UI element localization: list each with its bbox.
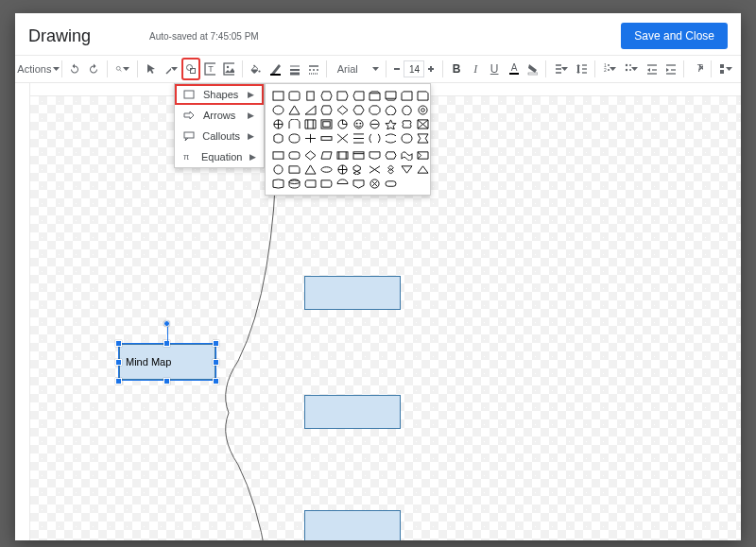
indent-decrease-button[interactable] <box>643 59 660 79</box>
shape-palette-item[interactable] <box>303 118 317 129</box>
zoom-button[interactable] <box>112 59 132 79</box>
indent-increase-button[interactable] <box>662 59 679 79</box>
shape-palette-item[interactable] <box>416 163 429 175</box>
shape-palette-item[interactable] <box>271 90 284 101</box>
shape-palette-item[interactable] <box>400 104 413 115</box>
menu-item-arrows[interactable]: Arrows ▶ <box>175 105 264 126</box>
shape-palette-item[interactable] <box>384 149 397 161</box>
bold-button[interactable]: B <box>448 59 465 79</box>
border-dash-button[interactable] <box>304 59 321 79</box>
text-color-button[interactable]: A <box>505 59 522 79</box>
actions-menu[interactable]: Actions <box>21 59 57 79</box>
shape-tool[interactable] <box>182 59 199 79</box>
underline-button[interactable]: U <box>486 59 503 79</box>
align-button[interactable] <box>551 59 571 79</box>
menu-item-equation[interactable]: π Equation ▶ <box>175 146 264 167</box>
shape-palette-item[interactable] <box>384 132 397 144</box>
textbox-tool[interactable]: T <box>201 59 218 79</box>
font-size-decrease[interactable] <box>390 60 404 77</box>
shape-palette-item[interactable] <box>400 149 413 161</box>
shape-palette-item[interactable] <box>416 90 429 101</box>
shape-palette-item[interactable] <box>303 132 317 144</box>
shape-palette-item[interactable] <box>319 132 333 144</box>
select-tool[interactable] <box>143 59 160 79</box>
image-tool[interactable] <box>220 59 237 79</box>
shape-palette-item[interactable] <box>416 149 429 161</box>
line-spacing-button[interactable] <box>573 59 590 79</box>
font-size-increase[interactable] <box>424 60 438 77</box>
shape-palette-item[interactable] <box>335 132 349 144</box>
shape-palette-item[interactable] <box>335 163 349 175</box>
menu-item-shapes[interactable]: Shapes ▶ <box>175 84 264 105</box>
shape-palette-item[interactable] <box>368 149 381 161</box>
shape-palette-item[interactable] <box>287 178 301 189</box>
shape-palette-item[interactable] <box>319 104 333 115</box>
shape-palette-item[interactable] <box>335 104 349 115</box>
shape-palette-item[interactable] <box>319 163 333 175</box>
shape-palette-item[interactable] <box>352 178 365 189</box>
shape-palette-item[interactable] <box>384 90 397 101</box>
shape-palette-item[interactable] <box>287 149 301 161</box>
font-family-selector[interactable]: Arial <box>332 59 381 79</box>
shape-rectangle[interactable] <box>304 510 401 540</box>
shape-palette-item[interactable] <box>303 90 317 101</box>
undo-button[interactable] <box>66 59 83 79</box>
shape-palette-item[interactable] <box>287 163 301 175</box>
fill-color-button[interactable] <box>248 59 265 79</box>
shape-palette-item[interactable] <box>319 90 333 101</box>
shape-palette-item[interactable] <box>352 104 365 115</box>
italic-button[interactable]: I <box>467 59 484 79</box>
shape-palette-item[interactable] <box>271 178 284 189</box>
shape-palette-item[interactable] <box>303 104 317 115</box>
shape-palette-item[interactable] <box>287 104 301 115</box>
shape-palette-item[interactable] <box>287 132 301 144</box>
border-weight-button[interactable] <box>285 59 302 79</box>
shape-palette-item[interactable] <box>271 149 284 161</box>
shape-palette-item[interactable] <box>319 149 333 161</box>
shape-text[interactable]: Mind Map <box>122 354 175 369</box>
bulleted-list-button[interactable] <box>621 59 641 79</box>
shape-palette-item[interactable] <box>384 118 397 129</box>
font-size-input[interactable] <box>404 60 424 77</box>
shape-palette-item[interactable] <box>352 90 365 101</box>
shape-palette-item[interactable] <box>400 132 413 144</box>
shape-palette-item[interactable] <box>384 178 397 189</box>
redo-button[interactable] <box>85 59 102 79</box>
shape-palette-item[interactable] <box>400 163 413 175</box>
shape-palette-item[interactable] <box>271 163 284 175</box>
clear-formatting-button[interactable]: T <box>689 59 706 79</box>
shape-palette-item[interactable] <box>368 118 381 129</box>
shape-palette-item[interactable] <box>416 132 429 144</box>
format-options-button[interactable] <box>715 59 735 79</box>
shape-palette-item[interactable] <box>319 178 333 189</box>
selected-shape[interactable]: Mind Map <box>119 344 215 380</box>
save-and-close-button[interactable]: Save and Close <box>621 23 728 49</box>
shape-palette-item[interactable] <box>287 90 301 101</box>
shape-palette-item[interactable] <box>271 132 284 144</box>
shape-palette-item[interactable] <box>352 149 365 161</box>
shape-palette-item[interactable] <box>400 118 413 129</box>
shape-palette-item[interactable] <box>303 149 317 161</box>
shape-palette-item[interactable] <box>271 104 284 115</box>
line-tool[interactable] <box>162 59 181 79</box>
shape-palette-item[interactable] <box>335 90 349 101</box>
shape-palette-item[interactable] <box>303 178 317 189</box>
shape-palette-item[interactable] <box>335 118 349 129</box>
shape-palette-item[interactable] <box>352 118 365 129</box>
shape-rectangle[interactable] <box>304 395 401 429</box>
shape-palette-item[interactable] <box>416 118 429 129</box>
shape-palette-item[interactable] <box>368 104 381 115</box>
shape-palette-item[interactable] <box>335 178 349 189</box>
shape-palette-item[interactable] <box>368 90 381 101</box>
numbered-list-button[interactable]: 12 <box>599 59 619 79</box>
shape-rectangle[interactable] <box>304 276 401 310</box>
shape-palette-item[interactable] <box>368 132 381 144</box>
shape-palette-item[interactable] <box>352 163 365 175</box>
highlight-color-button[interactable] <box>524 59 541 79</box>
shape-palette-item[interactable] <box>335 149 349 161</box>
shape-palette-item[interactable] <box>271 118 284 129</box>
shape-palette-item[interactable] <box>352 132 365 144</box>
shape-palette-item[interactable] <box>368 178 381 189</box>
shape-palette-item[interactable] <box>400 90 413 101</box>
shape-palette-item[interactable] <box>319 118 333 129</box>
